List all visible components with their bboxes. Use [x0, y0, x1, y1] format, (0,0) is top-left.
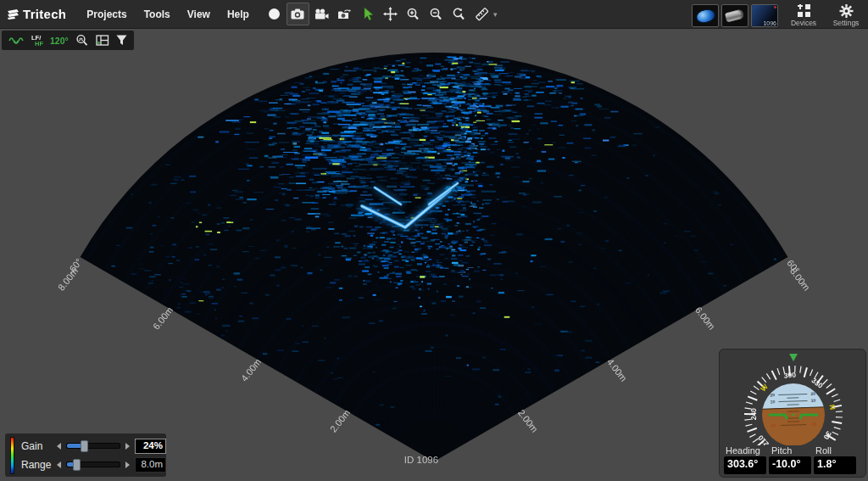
acoustic-zoom-icon[interactable]: [75, 34, 89, 47]
frequency-toggle[interactable]: LF/ HF: [31, 35, 43, 47]
cursor-tool-button[interactable]: [357, 3, 378, 25]
svg-text:210: 210: [756, 433, 771, 445]
settings-button[interactable]: Settings: [829, 4, 863, 27]
range-value: 8.0m: [135, 457, 166, 473]
gain-increase-arrow[interactable]: [125, 443, 130, 450]
media-folder-icon: [337, 8, 352, 20]
svg-text:10: 10: [771, 399, 776, 404]
range-slider[interactable]: [66, 461, 120, 467]
record-button[interactable]: [264, 3, 285, 25]
layout-grid-icon[interactable]: [96, 35, 109, 46]
colormap-bar[interactable]: [10, 437, 14, 474]
gain-row: Gain 24%: [21, 438, 166, 454]
main-menu: Projects Tools View Help: [78, 8, 258, 20]
pitch-label: Pitch: [771, 445, 792, 456]
range-slider-handle[interactable]: [73, 459, 81, 471]
menu-bar: Tritech Projects Tools View Help: [0, 0, 868, 29]
devices-grid-icon: [797, 4, 811, 18]
gain-slider-handle[interactable]: [81, 440, 88, 452]
zoom-in-button[interactable]: [403, 3, 424, 25]
gear-icon: [839, 4, 854, 18]
attitude-panel: 202010102525 210240W300330N30 Heading Pi…: [719, 349, 866, 478]
heading-value: 303.6°: [724, 456, 766, 474]
svg-text:330: 330: [810, 376, 826, 390]
range-label: Range: [21, 459, 57, 471]
gain-decrease-arrow[interactable]: [57, 443, 61, 450]
svg-text:20: 20: [810, 391, 815, 396]
menu-tools[interactable]: Tools: [136, 8, 179, 20]
device-thumbnails: 1096: [692, 4, 778, 27]
roll-value: 1.8°: [814, 456, 856, 474]
sonar-id-label: ID 1096: [379, 455, 464, 465]
camera-icon: [291, 8, 304, 20]
sonar-disc-icon: [695, 7, 717, 24]
record-icon: [269, 8, 280, 20]
aperture-value: 120°: [50, 36, 69, 46]
video-camera-icon: [314, 8, 329, 20]
menu-view[interactable]: View: [179, 8, 219, 20]
svg-text:20: 20: [770, 392, 775, 397]
tritech-logo-icon: [7, 8, 19, 20]
video-record-button[interactable]: [311, 3, 332, 25]
zoom-reset-button[interactable]: [448, 3, 470, 25]
transducer-icon: [725, 8, 744, 22]
toolbar: ▾: [263, 3, 499, 25]
status-dot: [774, 6, 776, 8]
device-cluster: 1096 Devices: [692, 2, 863, 27]
device-thumb-transducer[interactable]: [721, 4, 748, 27]
media-library-button[interactable]: [334, 3, 355, 25]
zoom-out-button[interactable]: [426, 3, 447, 25]
measure-dropdown-caret[interactable]: ▾: [493, 10, 498, 19]
heading-label: Heading: [726, 445, 760, 456]
menu-projects[interactable]: Projects: [78, 8, 135, 20]
svg-text:240: 240: [749, 408, 758, 421]
devices-label: Devices: [791, 19, 816, 27]
device-badge: 1096: [763, 20, 776, 26]
svg-text:25: 25: [811, 422, 816, 427]
app-logo: Tritech: [7, 7, 66, 21]
display-controls-panel: Gain 24% Range 8.0m: [5, 433, 166, 477]
zoom-reset-icon: [452, 8, 465, 21]
svg-text:N: N: [828, 404, 837, 411]
gain-value: 24%: [135, 439, 166, 454]
range-row: Range 8.0m: [21, 456, 166, 473]
device-thumb-gemini-disc[interactable]: [692, 4, 719, 27]
svg-text:25: 25: [771, 422, 776, 428]
range-decrease-arrow[interactable]: [57, 461, 61, 468]
pan-move-icon: [383, 7, 398, 21]
measure-tool-button[interactable]: [471, 3, 492, 25]
app-title: Tritech: [23, 7, 66, 21]
device-thumb-sonar-1096[interactable]: 1096: [751, 4, 778, 27]
freq-hf-label: HF: [35, 41, 43, 47]
svg-text:300: 300: [783, 371, 796, 380]
menu-help[interactable]: Help: [219, 8, 258, 20]
svg-text:10: 10: [811, 398, 816, 403]
devices-button[interactable]: Devices: [787, 4, 821, 27]
cursor-icon: [361, 7, 374, 21]
settings-label: Settings: [833, 19, 860, 27]
sonar-toolbar: LF/ HF 120°: [2, 31, 134, 50]
roll-label: Roll: [815, 445, 832, 456]
filter-icon[interactable]: [116, 35, 127, 46]
application-window: Tritech Projects Tools View Help: [0, 0, 868, 481]
pan-tool-button[interactable]: [380, 3, 401, 25]
frequency-waveform-icon[interactable]: [8, 35, 25, 47]
pitch-value: -10.0°: [769, 456, 811, 474]
snapshot-button[interactable]: [287, 3, 309, 25]
ruler-icon: [475, 7, 489, 21]
range-increase-arrow[interactable]: [125, 461, 130, 468]
heading-pointer-icon: [789, 354, 798, 361]
zoom-out-icon: [429, 8, 442, 21]
svg-text:30: 30: [821, 430, 833, 441]
gain-label: Gain: [21, 440, 57, 452]
zoom-in-icon: [406, 8, 420, 21]
gain-slider[interactable]: [66, 443, 120, 449]
attitude-indicator: 202010102525 210240W300330N30: [720, 350, 865, 445]
